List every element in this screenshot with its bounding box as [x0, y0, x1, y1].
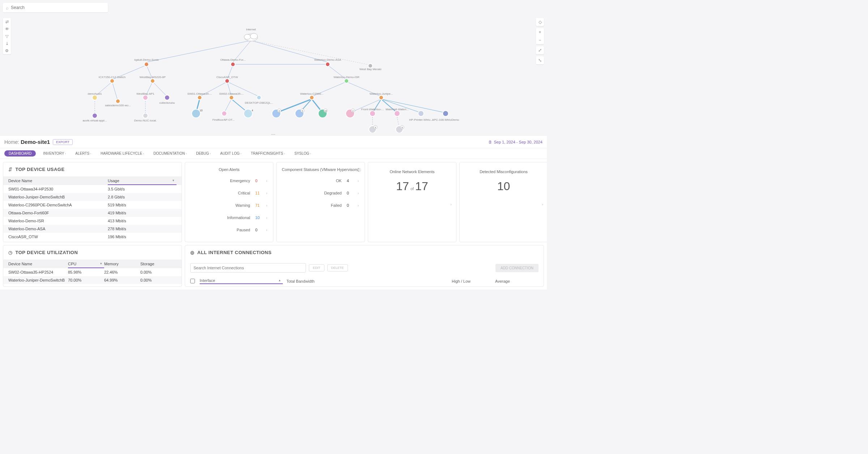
alert-row-paused[interactable]: Paused0›	[191, 224, 267, 236]
col-high-low[interactable]: High / Low	[452, 279, 495, 283]
topology-map[interactable]: ⇄ 👁 ▽ ⤓ ⚙ ◇ + − ⤢ ⤡	[0, 15, 547, 133]
card-internet-connections: ◍ ALL INTERNET CONNECTIONS EDIT DELETE A…	[185, 245, 544, 287]
col-device-name[interactable]: Device Name	[8, 179, 108, 183]
node-westbayap[interactable]	[143, 95, 148, 100]
search-input[interactable]	[11, 5, 105, 10]
table-row[interactable]: SW01-Ottawa34-HP25303.5 Gbit/s	[3, 185, 182, 193]
connections-search-input[interactable]	[190, 263, 306, 273]
zoom-in-icon[interactable]: +	[536, 28, 544, 36]
node-iqaluit[interactable]	[144, 62, 149, 67]
svg-text:West Bay Meraki: West Bay Meraki	[359, 68, 382, 71]
svg-text:Iqaluit-Demo-Sonic: Iqaluit-Demo-Sonic	[134, 58, 159, 61]
col-usage[interactable]: Usage ▾	[108, 179, 176, 185]
table-row[interactable]: Waterloo-Juniper-DemoSwitchB2.8 Gbit/s	[3, 193, 182, 201]
tab-hardware-lifecycle[interactable]: HARDWARE LIFECYCLE›	[98, 150, 146, 157]
zoom-out-icon[interactable]: −	[536, 36, 544, 44]
status-row-degraded[interactable]: Degraded0›	[282, 187, 359, 199]
tab-dashboard[interactable]: DASHBOARD	[4, 150, 36, 157]
node-ottawa[interactable]	[231, 62, 235, 67]
add-connection-button[interactable]: ADD CONNECTION	[495, 264, 539, 272]
center-icon[interactable]: ◇	[536, 18, 544, 26]
col-interface[interactable]: Interface▴	[200, 278, 283, 284]
collapse-icon[interactable]: ⤡	[536, 56, 544, 64]
node-auvik[interactable]	[92, 113, 97, 118]
col-storage[interactable]: Storage	[140, 262, 176, 266]
tab-documentation[interactable]: DOCUMENTATION›	[151, 150, 189, 157]
table-row[interactable]: Waterloo-C2960POE-DemoSwitchA519 Mbit/s	[3, 201, 182, 209]
svg-text:Front-Waterloo-...: Front-Waterloo-...	[361, 108, 384, 111]
node-sw01[interactable]	[197, 95, 202, 100]
col-cpu[interactable]: CPU▾	[68, 262, 104, 268]
gear-icon[interactable]: ⚙	[3, 47, 11, 54]
tab-audit-log[interactable]: AUDIT LOG›	[218, 150, 244, 157]
calendar-icon: 🗓	[488, 140, 492, 144]
select-all-checkbox[interactable]	[190, 279, 195, 283]
node-salesdemo[interactable]	[116, 99, 120, 103]
search-icon: ⌕	[6, 5, 9, 10]
status-row-ok[interactable]: OK4›	[282, 175, 359, 187]
table-row[interactable]: Ottawa-Demo-Forti60F419 Mbit/s	[3, 209, 182, 217]
svg-line-10	[153, 82, 167, 97]
expand-icon[interactable]: ⤢	[536, 46, 544, 54]
node-mainhall[interactable]	[394, 111, 400, 116]
table-row[interactable]: Waterloo-Demo-ISR413 Mbit/s	[3, 217, 182, 225]
info-icon[interactable]: ⓘ	[357, 167, 361, 173]
node-icx[interactable]	[110, 79, 114, 83]
node-desktop[interactable]	[257, 95, 261, 100]
node-firstfloor[interactable]	[222, 111, 227, 116]
svg-text:APC-108-WtrloDemo: APC-108-WtrloDemo	[432, 118, 459, 121]
col-device-name[interactable]: Device Name	[8, 262, 68, 266]
card-title: TOP DEVICE UTILIZATION	[16, 250, 78, 255]
node-ciscoasr[interactable]	[225, 79, 229, 83]
edit-button[interactable]: EDIT	[309, 264, 324, 271]
alert-row-warning[interactable]: Warning71›	[191, 199, 267, 211]
date-range-picker[interactable]: 🗓 Sep 1, 2024 - Sep 30, 2024	[488, 140, 542, 144]
arrange-icon[interactable]: ⇄	[3, 18, 11, 25]
col-average[interactable]: Average	[495, 279, 539, 283]
table-row[interactable]: Waterloo-Demo-ASA278 Mbit/s	[3, 225, 182, 233]
node-sw02-cluster[interactable]	[244, 109, 252, 118]
table-row[interactable]: CiscoASR_OTW196 Mbit/s	[3, 233, 182, 241]
col-memory[interactable]: Memory	[104, 262, 140, 266]
table-row[interactable]: Waterloo-Juniper-DemoSwitchB70.00%64.99%…	[3, 276, 182, 284]
svg-text:collectorubu: collectorubu	[159, 101, 175, 104]
tab-inventory[interactable]: INVENTORY›	[41, 150, 68, 157]
export-button[interactable]: EXPORT	[53, 139, 73, 145]
delete-button[interactable]: DELETE	[327, 264, 348, 271]
tab-syslog[interactable]: SYSLOG›	[292, 150, 313, 157]
tab-trafficinsights[interactable]: TRAFFICINSIGHTS›	[248, 150, 287, 157]
eye-icon[interactable]: 👁	[3, 25, 11, 33]
alert-row-critical[interactable]: Critical11›	[191, 187, 267, 199]
node-junipe[interactable]	[379, 95, 383, 100]
node-front[interactable]	[370, 111, 375, 116]
node-hpprinter[interactable]	[418, 111, 424, 116]
node-sw02[interactable]	[229, 95, 234, 100]
node-sw01-cluster[interactable]	[192, 109, 200, 118]
node-isr[interactable]	[344, 79, 349, 83]
topology-svg: Internet Iqaluit-Demo-Sonic Ottawa-Demo-…	[0, 15, 547, 133]
card-misconfigurations[interactable]: Detected Misconfigurations 10 ›	[459, 162, 547, 242]
node-ms220[interactable]	[150, 79, 155, 83]
search-input-container[interactable]: ⌕	[3, 3, 108, 12]
tab-alerts[interactable]: ALERTS›	[73, 150, 93, 157]
node-c2960[interactable]	[310, 95, 314, 100]
download-icon[interactable]: ⤓	[3, 40, 11, 47]
card-online-elements[interactable]: Online Network Elements 17of17 ›	[368, 162, 456, 242]
sort-desc-icon: ▾	[173, 179, 174, 182]
cloud-icon[interactable]	[244, 33, 258, 41]
node-collector[interactable]	[165, 95, 170, 100]
alert-row-informational[interactable]: Informational10›	[191, 211, 267, 224]
filter-icon[interactable]: ▽	[3, 33, 11, 40]
node-demonuc[interactable]	[143, 113, 148, 118]
resize-handle[interactable]: •••	[0, 133, 547, 136]
status-row-failed[interactable]: Failed0›	[282, 199, 359, 211]
svg-text:CiscoASR_OTW: CiscoASR_OTW	[216, 76, 238, 79]
node-demohost[interactable]	[92, 95, 97, 100]
alert-row-emergency[interactable]: Emergency0›	[191, 175, 267, 187]
node-apc[interactable]	[443, 111, 448, 116]
tab-debug[interactable]: DEBUG›	[194, 150, 213, 157]
col-bandwidth[interactable]: Total Bandwidth	[283, 279, 452, 283]
card-title: TOP DEVICE USAGE	[16, 167, 65, 172]
table-row[interactable]: SW02-Ottawa35-HP252485.98%22.46%0.00%	[3, 268, 182, 276]
node-waterloo-asa[interactable]	[326, 62, 330, 67]
